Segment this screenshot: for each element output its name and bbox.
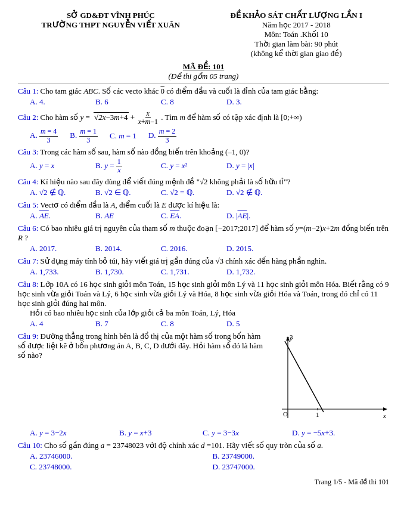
q8-text2: Hỏi có bao nhiêu học sinh của lớp giỏi c…	[18, 308, 389, 318]
q4-a: A. √2 ∉ ℚ.	[30, 188, 89, 197]
q7-answers: A. 1,733. B. 1,730. C. 1,731. D. 1,732.	[18, 267, 389, 277]
q2-a: A. m = 4 3	[30, 128, 58, 144]
q8-b: B. 7	[95, 319, 155, 329]
svg-marker-3	[383, 407, 387, 411]
question-10: Câu 10: Cho số gần đúng a = 23748023 với…	[18, 441, 389, 472]
q4-b: B. √2 ∈ ℚ.	[95, 188, 155, 197]
ma-de-section: MÃ ĐỀ: 101 (Đề thi gồm 05 trang)	[18, 62, 389, 81]
q8-d: D. 5	[226, 319, 286, 329]
q4-d: D. √2 ∉ ℚ.	[226, 188, 286, 197]
q9-c: C. y = 3−3x	[203, 428, 286, 438]
q1-a: A. 4.	[30, 97, 89, 107]
question-7: Câu 7: Sử dụng máy tính bỏ túi, hãy viết…	[18, 256, 389, 277]
duration: Thời gian làm bài: 90 phút	[204, 39, 390, 49]
q4-text: Kí hiệu nào sau đây dùng để viết đúng mệ…	[41, 177, 291, 186]
q10-d: D. 23747000.	[213, 462, 390, 472]
question-9: Câu 9: Đường thẳng trong hình bên là đồ …	[18, 332, 389, 438]
svg-text:3: 3	[290, 333, 293, 341]
q8-answers: A. 4 B. 7 C. 8 D. 5	[18, 319, 389, 329]
q6-d: D. 2015.	[226, 244, 286, 253]
question-6: Câu 6: Có bao nhiêu giá trị nguyên của t…	[18, 224, 389, 253]
divider	[18, 83, 389, 84]
q6-text: Có bao nhiêu giá trị nguyên của tham số …	[18, 224, 389, 242]
q6-a: A. 2017.	[30, 244, 89, 253]
q10-b: B. 23749000.	[213, 451, 390, 461]
q10-label: Câu 10:	[18, 441, 42, 450]
q9-d: D. y = −5x+3.	[292, 428, 375, 438]
question-5: Câu 5: Vectơ có điểm đầu là A, điểm cuối…	[18, 200, 389, 221]
q3-b: B. y = 1x	[95, 158, 155, 174]
q3-label: Câu 3:	[18, 147, 38, 156]
question-1: Câu 1: Cho tam giác ABC. Số các vecto kh…	[18, 86, 389, 107]
question-8: Câu 8: Lớp 10A có 16 học sinh giỏi môn T…	[18, 280, 389, 329]
q3-a: A. y = x	[30, 161, 89, 171]
q7-label: Câu 7:	[18, 256, 38, 265]
q9-b: B. y = x+3	[119, 428, 197, 438]
q7-b: B. 1,730.	[95, 267, 155, 277]
subject: Môn: Toán .Khối 10	[204, 30, 390, 39]
q2-label: Câu 2:	[18, 113, 38, 122]
q1-b: B. 6	[95, 97, 155, 107]
q7-text: Sử dụng máy tính bỏ túi, hãy viết giá tr…	[41, 256, 327, 265]
footer: Trang 1/5 - Mã đề thi 101	[18, 478, 389, 487]
q4-label: Câu 4:	[18, 177, 38, 186]
note: (không kể thời gian giao đề)	[204, 49, 390, 58]
q10-a: A. 23746000.	[30, 451, 207, 461]
q9-text: Đường thẳng trong hình bên là đồ thị của…	[18, 332, 263, 360]
q9-text-block: Câu 9: Đường thẳng trong hình bên là đồ …	[18, 332, 264, 360]
q9-label: Câu 9:	[18, 332, 38, 341]
question-3: Câu 3: Trong các hàm số sau, hàm số nào …	[18, 147, 389, 174]
q8-text: Lớp 10A có 16 học sinh giỏi môn Toán, 15…	[18, 280, 389, 308]
q5-text: Vectơ có điểm đầu là A, điểm cuối là E đ…	[40, 200, 219, 209]
q1-answers: A. 4. B. 6 C. 8 D. 3.	[18, 97, 389, 107]
q8-a: A. 4	[30, 319, 89, 329]
exam-title: ĐỀ KHẢO SÁT CHẤT LƯỢNG LẦN I	[204, 11, 390, 20]
q2-b: B. m = 1 3	[70, 128, 98, 144]
question-4: Câu 4: Kí hiệu nào sau đây dùng để viết …	[18, 177, 389, 197]
q1-text: Cho tam giác ABC. Số các vecto khác 0 có…	[41, 86, 318, 95]
q5-d: D. |AE|.	[226, 211, 286, 221]
page-container: SỞ GD&ĐT VĨNH PHÚC TRƯỜNG THPT NGUYỄN VI…	[18, 11, 389, 487]
svg-text:x: x	[383, 412, 386, 419]
header-right: ĐỀ KHẢO SÁT CHẤT LƯỢNG LẦN I Năm học 201…	[204, 11, 390, 58]
svg-text:1: 1	[316, 411, 319, 418]
q9-a: A. y = 3−2x	[30, 428, 113, 438]
q4-answers: A. √2 ∉ ℚ. B. √2 ∈ ℚ. C. √2 = ℚ. D. √2 ∉…	[18, 188, 389, 197]
q2-c: C. m = 1	[110, 131, 136, 141]
q4-c: C. √2 = ℚ.	[161, 188, 220, 197]
q3-d: D. y = |x|	[226, 161, 286, 171]
q9-section: Câu 9: Đường thẳng trong hình bên là đồ …	[18, 332, 389, 427]
school-name: TRƯỜNG THPT NGUYỄN VIẾT XUÂN	[18, 20, 204, 30]
footer-text: Trang 1/5 - Mã đề thi 101	[315, 478, 389, 486]
svg-line-11	[285, 341, 324, 412]
q8-c: C. 8	[161, 319, 220, 329]
q5-a: A. AE.	[30, 211, 89, 221]
q9-graph: y x O 1 3	[270, 332, 389, 427]
q2-d: D. m = 2 3	[148, 128, 176, 144]
q3-text: Trong các hàm số sau, hàm số nào đồng bi…	[40, 147, 249, 156]
q5-label: Câu 5:	[18, 200, 38, 209]
q6-c: C. 2016.	[161, 244, 220, 253]
q6-b: B. 2014.	[95, 244, 155, 253]
q1-d: D. 3.	[226, 97, 286, 107]
q1-c: C. 8	[161, 97, 220, 107]
q7-a: A. 1,733.	[30, 267, 89, 277]
q3-c: C. y = x²	[161, 161, 220, 171]
q8-label: Câu 8:	[18, 280, 38, 289]
q6-answers: A. 2017. B. 2014. C. 2016. D. 2015.	[18, 244, 389, 253]
q7-c: C. 1,731.	[161, 267, 220, 277]
school-year: Năm học 2017 - 2018	[204, 20, 390, 30]
q10-text: Cho số gần đúng a = 23748023 với độ chín…	[44, 441, 323, 450]
q6-label: Câu 6:	[18, 224, 38, 233]
q1-label: Câu 1:	[18, 86, 38, 95]
q5-b: B. AE	[95, 211, 155, 221]
q2-text: Cho hàm số y = √2x−3m+4 + x x+m−1 . Tìm …	[41, 113, 302, 122]
header: SỞ GD&ĐT VĨNH PHÚC TRƯỜNG THPT NGUYỄN VI…	[18, 11, 389, 58]
header-left: SỞ GD&ĐT VĨNH PHÚC TRƯỜNG THPT NGUYỄN VI…	[18, 11, 204, 58]
svg-text:O: O	[283, 410, 288, 417]
ma-de-sub: (Đề thi gồm 05 trang)	[169, 72, 239, 81]
question-2: Câu 2: Cho hàm số y = √2x−3m+4 + x x+m−1…	[18, 110, 389, 144]
ma-de-label: MÃ ĐỀ: 101	[183, 62, 224, 71]
q7-d: D. 1,732.	[226, 267, 286, 277]
q10-c: C. 23748000.	[30, 462, 207, 472]
